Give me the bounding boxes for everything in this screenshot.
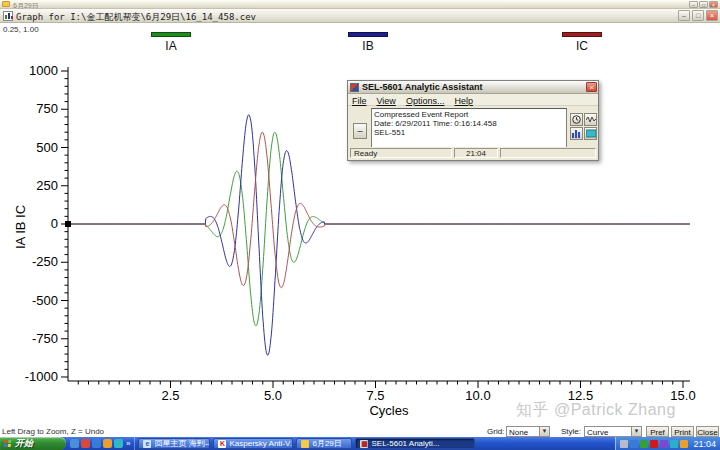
drag-zoom-hint: Left Drag to Zoom, Z = Undo xyxy=(2,427,104,436)
x-tick-label: 10.0 xyxy=(465,388,490,403)
menu-file[interactable]: File xyxy=(352,96,367,104)
maximize-icon[interactable]: □ xyxy=(699,1,708,8)
internet-explorer-icon: e xyxy=(143,440,151,448)
print-button[interactable]: Print xyxy=(671,426,694,437)
y-tick-label: -250 xyxy=(32,254,58,269)
grid-label: Grid: xyxy=(487,427,504,436)
collapse-button[interactable]: – xyxy=(353,123,367,139)
dialog-titlebar[interactable]: SEL-5601 Analytic Assistant × xyxy=(348,81,598,94)
windows-logo-icon xyxy=(4,440,13,448)
menu-help[interactable]: Help xyxy=(454,96,473,104)
background-folder-window[interactable]: 6月29日 – □ × xyxy=(0,0,720,9)
show-desktop-icon[interactable] xyxy=(70,439,79,448)
task-button-kaspersky[interactable]: K Kaspersky Anti-V... xyxy=(213,438,293,449)
x-tick-label: 5.0 xyxy=(264,388,282,403)
dialog-title: SEL-5601 Analytic Assistant xyxy=(362,82,482,92)
minimize-icon[interactable]: – xyxy=(689,1,698,8)
report-line: Date: 6/29/2011 Time: 0:16:14.458 xyxy=(374,119,564,128)
y-axis-title: IA IB IC xyxy=(13,205,28,249)
kaspersky-icon: K xyxy=(218,440,226,448)
grid-select-value: None xyxy=(509,428,528,437)
waveform-icon[interactable] xyxy=(584,113,597,126)
x-axis-title: Cycles xyxy=(369,403,409,418)
start-button-label: 开始 xyxy=(15,437,33,450)
tray-icon-kaspersky[interactable] xyxy=(650,440,658,448)
task-button-label: SEL-5601 Analyti... xyxy=(371,439,439,448)
tray-icon-volume[interactable] xyxy=(680,440,688,448)
media-player-icon[interactable] xyxy=(114,439,123,448)
bar-chart-icon[interactable] xyxy=(570,127,583,140)
sel-app-icon: ▦ xyxy=(360,440,368,448)
chevron-down-icon[interactable]: ▼ xyxy=(631,427,641,436)
taskbar: 开始 » e 回星主页 海到—... K Kaspersky Anti-V...… xyxy=(0,437,720,450)
chevron-down-icon[interactable]: ▼ xyxy=(539,427,549,436)
tray-icon-printer[interactable] xyxy=(620,440,628,448)
task-button-label: 回星主页 海到—... xyxy=(154,438,210,449)
internet-explorer-icon[interactable] xyxy=(92,439,101,448)
taskbar-clock: 21:04 xyxy=(690,439,716,449)
tray-icon-im[interactable] xyxy=(660,440,668,448)
x-tick-label: 7.5 xyxy=(366,388,384,403)
report-line: Compressed Event Report xyxy=(374,110,564,119)
y-tick-label: -1000 xyxy=(25,369,58,384)
sel-app-icon xyxy=(350,83,359,92)
y-tick-label: 500 xyxy=(36,140,58,155)
task-button-folder[interactable]: 6月29日 xyxy=(296,438,352,449)
quick-launch-icon[interactable] xyxy=(81,439,90,448)
dialog-menubar: File View Options... Help xyxy=(348,94,598,106)
status-time: 21:04 xyxy=(454,148,498,158)
dialog-statusbar: Ready 21:04 xyxy=(349,147,597,159)
report-line: SEL-551 xyxy=(374,128,564,137)
x-tick-label: 2.5 xyxy=(161,388,179,403)
pref-button[interactable]: Pref xyxy=(646,426,669,437)
y-tick-label: -750 xyxy=(32,331,58,346)
waveform-plot[interactable]: 10007505002500-250-500-750-10002.55.07.5… xyxy=(0,9,720,450)
task-button-label: Kaspersky Anti-V... xyxy=(229,439,293,448)
close-icon[interactable]: × xyxy=(709,1,718,8)
graph-window: Graph for I:\金工配机帮变\6月29日\16_14_458.cev … xyxy=(0,9,720,450)
style-label: Style: xyxy=(561,427,581,436)
status-extra xyxy=(500,148,596,158)
y-tick-label: 750 xyxy=(36,101,58,116)
menu-view[interactable]: View xyxy=(377,96,396,104)
tray-icon-update[interactable] xyxy=(630,440,638,448)
task-button-sel5601[interactable]: ▦ SEL-5601 Analyti... xyxy=(355,438,475,449)
desktop-screen: 6月29日 – □ × Graph for I:\金工配机帮变\6月29日\16… xyxy=(0,0,720,450)
grid-select[interactable]: None ▼ xyxy=(506,426,550,437)
trace-start-marker xyxy=(65,221,71,227)
status-ready: Ready xyxy=(350,148,452,158)
start-button[interactable]: 开始 xyxy=(0,437,66,450)
watermark: 知乎 @Patrick Zhang xyxy=(516,400,676,421)
dialog-tool-buttons xyxy=(570,113,597,140)
y-tick-label: 250 xyxy=(36,178,58,193)
series-IA xyxy=(68,132,690,326)
sel5601-dialog[interactable]: SEL-5601 Analytic Assistant × File View … xyxy=(347,80,599,161)
y-tick-label: 1000 xyxy=(29,63,58,78)
tray-icon-shield[interactable] xyxy=(640,440,648,448)
system-tray: 21:04 xyxy=(615,437,720,450)
menu-options[interactable]: Options... xyxy=(406,96,445,104)
y-tick-label: 0 xyxy=(51,216,58,231)
style-select[interactable]: Curve ▼ xyxy=(584,426,642,437)
folder-icon xyxy=(301,440,309,448)
task-button-browser[interactable]: e 回星主页 海到—... xyxy=(138,438,210,449)
event-report-list[interactable]: Compressed Event Report Date: 6/29/2011 … xyxy=(371,108,567,148)
quick-launch-bar: » xyxy=(66,437,135,450)
clock-icon[interactable] xyxy=(570,113,583,126)
display-panel-icon[interactable] xyxy=(584,127,597,140)
style-select-value: Curve xyxy=(587,428,608,437)
close-icon[interactable]: × xyxy=(586,82,597,92)
quick-launch-icon[interactable] xyxy=(103,439,112,448)
y-tick-label: -500 xyxy=(32,293,58,308)
chevron-more-icon[interactable]: » xyxy=(125,439,130,448)
task-button-label: 6月29日 xyxy=(312,438,341,449)
dialog-body: – Compressed Event Report Date: 6/29/201… xyxy=(348,106,598,149)
close-graph-button[interactable]: Close xyxy=(696,426,719,437)
folder-icon xyxy=(2,1,10,7)
tray-icon-network[interactable] xyxy=(670,440,678,448)
